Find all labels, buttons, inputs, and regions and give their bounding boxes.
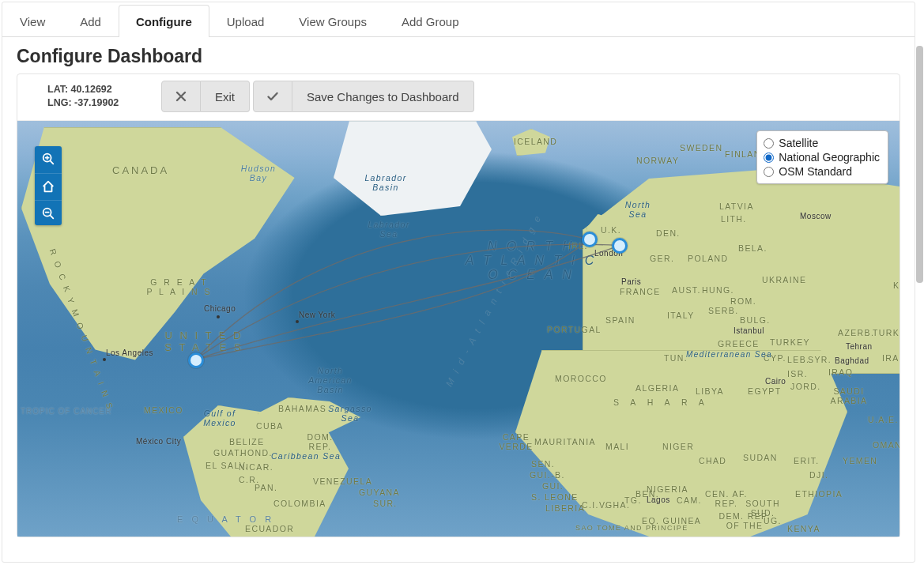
label-bahamas: BAHAMAS bbox=[278, 404, 326, 413]
basemap-label-osm: OSM Standard bbox=[779, 165, 852, 178]
toolbar: LAT: 40.12692 LNG: -37.19902 Exit Save C… bbox=[17, 74, 899, 120]
dashboard-panel: LAT: 40.12692 LNG: -37.19902 Exit Save C… bbox=[17, 73, 900, 537]
label-chad: CHAD bbox=[699, 456, 726, 465]
home-button[interactable] bbox=[35, 173, 62, 198]
label-mali: MALI bbox=[605, 442, 629, 451]
label-lagos: Lagos bbox=[647, 495, 670, 504]
label-sahara: S A H A R A bbox=[613, 397, 709, 407]
label-united-states: U N I T E D S T A T E S bbox=[157, 330, 251, 353]
label-erit: ERIT. bbox=[794, 456, 820, 465]
exit-label: Exit bbox=[215, 90, 235, 104]
label-los-angeles: Los Angeles bbox=[106, 348, 153, 357]
tab-configure[interactable]: Configure bbox=[119, 5, 209, 37]
label-den: DEN. bbox=[656, 228, 681, 238]
tab-view[interactable]: View bbox=[2, 5, 62, 37]
scrollbar[interactable] bbox=[916, 46, 923, 283]
label-aust: AUST. bbox=[672, 285, 701, 295]
label-pan: PAN. bbox=[255, 483, 277, 492]
label-portugal: PORTUGAL bbox=[547, 325, 602, 334]
coordinates: LAT: 40.12692 LNG: -37.19902 bbox=[47, 83, 128, 111]
label-lith: LITH. bbox=[721, 214, 747, 224]
exit-icon-button[interactable] bbox=[161, 81, 201, 112]
basemap-switcher: Satellite National Geographic OSM Standa… bbox=[756, 130, 888, 184]
label-gui-b: GUI.-B. bbox=[530, 470, 565, 480]
save-label: Save Changes to Dashboard bbox=[307, 90, 459, 104]
label-iran: IRAN bbox=[882, 353, 899, 363]
label-latvia: LATVIA bbox=[719, 202, 754, 211]
save-button[interactable]: Save Changes to Dashboard bbox=[292, 81, 474, 112]
label-norway: NORWAY bbox=[636, 156, 679, 165]
label-sweden: SWEDEN bbox=[680, 143, 723, 153]
basemap-option-natgeo[interactable]: National Geographic bbox=[764, 150, 880, 164]
label-sargasso: Sargasso Sea bbox=[322, 404, 378, 423]
label-ka: KA bbox=[893, 281, 899, 290]
tab-add[interactable]: Add bbox=[62, 5, 119, 37]
tab-add-group[interactable]: Add Group bbox=[384, 5, 477, 37]
label-sur: SUR. bbox=[373, 499, 398, 508]
label-na-basin: North American Basin bbox=[299, 366, 362, 394]
label-caribbean: Caribbean Sea bbox=[270, 451, 341, 461]
label-nicar: NICAR. bbox=[239, 462, 273, 472]
basemap-label-satellite: Satellite bbox=[779, 137, 818, 149]
zoom-in-icon bbox=[41, 152, 55, 166]
map-marker-us[interactable] bbox=[188, 352, 204, 368]
label-rom: ROM. bbox=[730, 296, 756, 306]
label-canada: CANADA bbox=[112, 164, 169, 176]
basemap-option-osm[interactable]: OSM Standard bbox=[764, 164, 880, 179]
map[interactable]: N O R T H A T L A N T I C O C E A N M i … bbox=[17, 120, 899, 537]
label-dom-rep: DOM. REP. bbox=[300, 432, 340, 451]
label-uae: U.A.E. bbox=[868, 415, 899, 424]
label-iraq: IRAQ bbox=[828, 367, 853, 377]
label-yemen: YEMEN bbox=[843, 456, 877, 465]
save-icon-button[interactable] bbox=[253, 81, 292, 112]
label-jord: JORD. bbox=[790, 382, 821, 391]
label-bela: BELA. bbox=[738, 243, 767, 253]
home-icon bbox=[41, 179, 55, 194]
city-dot-chicago bbox=[217, 315, 220, 318]
label-paris: Paris bbox=[621, 277, 641, 286]
lat-readout: LAT: 40.12692 bbox=[47, 83, 128, 97]
label-poland: POLAND bbox=[688, 254, 729, 263]
label-algeria: ALGERIA bbox=[635, 383, 679, 393]
basemap-radio-satellite[interactable] bbox=[764, 138, 774, 149]
label-civ: C.I.V. bbox=[582, 500, 609, 510]
label-labrador-basin: Labrador Basin bbox=[354, 173, 417, 192]
label-kenya: KENYA bbox=[787, 524, 820, 533]
basemap-label-natgeo: National Geographic bbox=[779, 151, 880, 164]
label-azerb: AZERB. bbox=[838, 328, 874, 337]
label-istanbul: Istanbul bbox=[734, 326, 764, 335]
label-guyana: GUYANA bbox=[359, 488, 400, 497]
label-uk: U.K. bbox=[601, 225, 621, 235]
exit-button[interactable]: Exit bbox=[201, 81, 250, 112]
label-morocco: MOROCCO bbox=[555, 374, 607, 383]
map-marker-ireland[interactable] bbox=[582, 232, 598, 247]
city-dot-newyork bbox=[296, 320, 299, 323]
basemap-radio-osm[interactable] bbox=[764, 167, 774, 177]
tab-view-groups[interactable]: View Groups bbox=[281, 5, 384, 37]
label-hung: HUNG. bbox=[702, 285, 734, 295]
label-nigeria: NIGERIA bbox=[647, 484, 688, 494]
map-marker-london[interactable] bbox=[612, 238, 628, 254]
label-ethiopia: ETHIOPIA bbox=[795, 489, 843, 499]
label-liberia: LIBERIA bbox=[545, 503, 585, 513]
label-niger: NIGER bbox=[662, 442, 694, 451]
label-med: Mediterranean Sea bbox=[686, 350, 772, 359]
label-saudi: SAUDI ARABIA bbox=[825, 386, 873, 405]
label-moscow: Moscow bbox=[800, 212, 832, 220]
basemap-option-satellite[interactable]: Satellite bbox=[764, 136, 880, 150]
label-turkey: TURKEY bbox=[770, 337, 810, 347]
label-libya: LIBYA bbox=[696, 386, 724, 396]
label-baghdad: Baghdad bbox=[835, 356, 869, 365]
label-tehran: Tehran bbox=[846, 342, 873, 351]
label-cairo: Cairo bbox=[765, 377, 786, 386]
label-ger: GER. bbox=[650, 254, 674, 263]
label-gui: GUI. bbox=[542, 481, 564, 491]
tab-upload[interactable]: Upload bbox=[209, 5, 282, 37]
label-mexico-city: México City bbox=[136, 437, 181, 446]
label-tun: TUN. bbox=[664, 353, 688, 363]
lng-readout: LNG: -37.19902 bbox=[47, 96, 128, 111]
basemap-radio-natgeo[interactable] bbox=[764, 153, 774, 163]
zoom-in-button[interactable] bbox=[35, 146, 62, 171]
check-icon bbox=[266, 90, 279, 103]
zoom-out-button[interactable] bbox=[35, 200, 62, 225]
